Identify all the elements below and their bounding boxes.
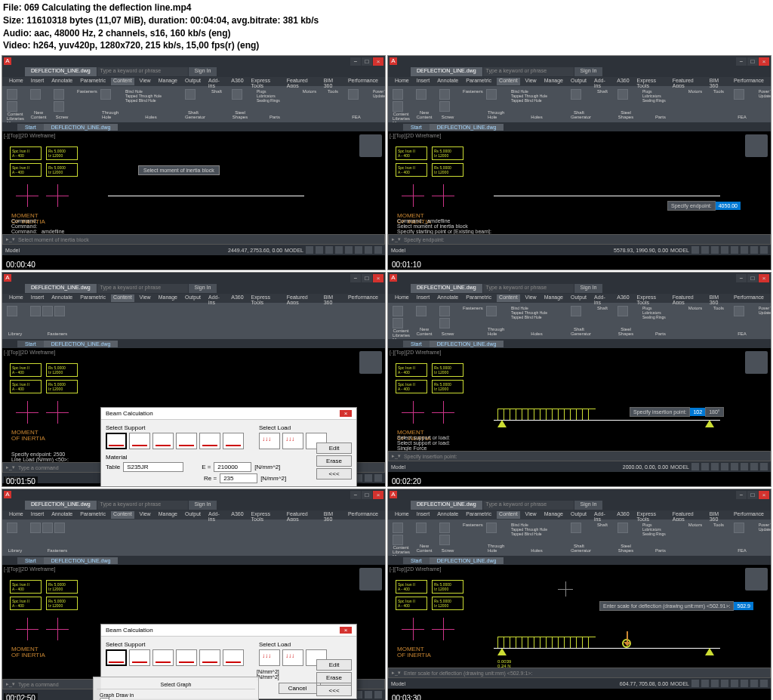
sign-in[interactable]: Sign In	[189, 284, 217, 293]
model-label[interactable]: Model	[391, 681, 405, 686]
start-tab[interactable]: Start	[403, 557, 430, 564]
menu-item[interactable]: Output	[183, 78, 203, 85]
status-toggle[interactable]	[374, 474, 382, 482]
menu-item[interactable]: BIM 360	[322, 78, 343, 85]
sign-in[interactable]: Sign In	[189, 501, 217, 510]
status-toggle[interactable]	[691, 463, 699, 470]
close-button[interactable]: ×	[373, 57, 383, 66]
file-tab[interactable]: DEFLECTION_LINE.dwg	[44, 557, 119, 564]
menu-item[interactable]: A360	[229, 78, 245, 85]
maximize-button[interactable]: □	[747, 274, 758, 282]
support-option[interactable]	[129, 433, 150, 449]
table-input[interactable]	[123, 462, 183, 472]
menu-item[interactable]: Home	[7, 511, 26, 519]
menu-item[interactable]: Insert	[414, 78, 433, 85]
status-toggle[interactable]	[316, 246, 323, 254]
menu-item[interactable]: Annotate	[49, 511, 75, 519]
menu-item[interactable]: Manage	[156, 78, 180, 85]
drawing-tab[interactable]: DEFLECTION_LINE.dwg	[411, 501, 482, 510]
status-toggle[interactable]	[731, 680, 738, 687]
menu-item[interactable]: Featured Apps	[285, 78, 319, 85]
model-label[interactable]: Model	[5, 248, 20, 253]
menu-item[interactable]: Manage	[542, 511, 565, 519]
menu-item[interactable]: Performance	[731, 294, 766, 302]
dialog-close-button[interactable]: ×	[340, 627, 352, 634]
sign-in[interactable]: Sign In	[574, 67, 603, 76]
support-option[interactable]	[199, 649, 220, 666]
load-option[interactable]: ↓↓↓	[259, 433, 280, 449]
status-toggle[interactable]	[365, 246, 372, 254]
menu-item[interactable]: View	[523, 78, 539, 85]
support-option[interactable]	[199, 433, 220, 449]
menu-item[interactable]: Parametric	[463, 78, 494, 85]
menu-item[interactable]: Performance	[346, 294, 380, 302]
support-option[interactable]	[223, 433, 244, 449]
file-tab[interactable]: DEFLECTION_LINE.dwg	[44, 341, 119, 347]
status-toggle[interactable]	[701, 463, 709, 470]
edit-button[interactable]: Edit	[316, 659, 352, 671]
menu-item[interactable]: Content	[497, 511, 520, 519]
status-toggle[interactable]	[741, 246, 748, 254]
menu-item[interactable]: Add-ins	[206, 511, 226, 519]
status-toggle[interactable]	[691, 246, 699, 254]
drawing-tab[interactable]: DEFLECTION_LINE.dwg	[25, 284, 97, 293]
menu-item[interactable]: Parametric	[463, 294, 494, 302]
nav-cube[interactable]	[745, 134, 768, 157]
menu-item[interactable]: Featured Apps	[285, 511, 319, 519]
status-toggle[interactable]	[760, 680, 768, 687]
nav-cube[interactable]	[745, 568, 768, 591]
prev-button[interactable]: <<<	[316, 468, 352, 480]
menu-item[interactable]: Output	[568, 78, 589, 85]
drawing-tab[interactable]: DEFLECTION_LINE.dwg	[411, 67, 482, 76]
menu-item[interactable]: BIM 360	[707, 511, 728, 519]
support-option[interactable]	[129, 649, 150, 666]
status-toggle[interactable]	[355, 246, 362, 254]
menu-item[interactable]: Insert	[29, 78, 47, 85]
status-toggle[interactable]	[374, 691, 382, 698]
status-toggle[interactable]	[721, 680, 728, 687]
maximize-button[interactable]: □	[747, 491, 758, 499]
search-input[interactable]: Type a keyword or phrase	[483, 501, 574, 510]
menu-item[interactable]: Express Tools	[635, 511, 667, 519]
edit-button[interactable]: Edit	[316, 443, 352, 454]
menu-item[interactable]: View	[137, 294, 153, 302]
status-toggle[interactable]	[691, 680, 699, 687]
menu-item[interactable]: Express Tools	[635, 294, 667, 302]
menu-item[interactable]: Output	[568, 511, 589, 519]
menu-item[interactable]: Express Tools	[249, 78, 282, 85]
minimize-button[interactable]: −	[736, 491, 747, 499]
file-tab[interactable]: DEFLECTION_LINE.dwg	[44, 124, 119, 131]
load-option[interactable]: ↓↓↓	[259, 649, 280, 666]
nav-cube[interactable]	[745, 351, 768, 374]
menu-item[interactable]: Featured Apps	[285, 294, 319, 302]
maximize-button[interactable]: □	[747, 57, 758, 66]
menu-item[interactable]: Annotate	[435, 78, 460, 85]
command-line[interactable]: ▸_▾ Enter scale for deflection (drawing …	[388, 668, 771, 678]
menu-item[interactable]: Featured Apps	[670, 294, 704, 302]
e-input[interactable]	[214, 462, 251, 472]
close-button[interactable]: ×	[373, 491, 383, 499]
sign-in[interactable]: Sign In	[189, 67, 217, 76]
support-option[interactable]	[106, 433, 127, 449]
status-toggle[interactable]	[365, 691, 372, 698]
minimize-button[interactable]: −	[350, 491, 361, 499]
menu-item[interactable]: Parametric	[78, 294, 108, 302]
support-option[interactable]	[106, 649, 127, 666]
close-button[interactable]: ×	[759, 491, 769, 499]
menu-item[interactable]: Express Tools	[635, 78, 667, 85]
status-toggle[interactable]	[731, 463, 738, 470]
start-tab[interactable]: Start	[17, 557, 44, 564]
search-input[interactable]: Type a keyword or phrase	[483, 284, 574, 293]
load-option[interactable]: ↓↓↓	[282, 433, 303, 449]
search-input[interactable]: Type a keyword or phrase	[97, 284, 188, 293]
menu-item[interactable]: Performance	[346, 78, 380, 85]
model-label[interactable]: Model	[391, 464, 405, 470]
menu-item[interactable]: Performance	[346, 511, 380, 519]
file-tab[interactable]: DEFLECTION_LINE.dwg	[430, 341, 504, 347]
menu-item[interactable]: BIM 360	[707, 78, 728, 85]
menu-item[interactable]: Featured Apps	[670, 511, 704, 519]
menu-item[interactable]: A360	[229, 511, 245, 519]
support-option[interactable]	[223, 649, 244, 666]
drawing-tab[interactable]: DEFLECTION_LINE.dwg	[25, 67, 97, 76]
status-toggle[interactable]	[711, 246, 719, 254]
